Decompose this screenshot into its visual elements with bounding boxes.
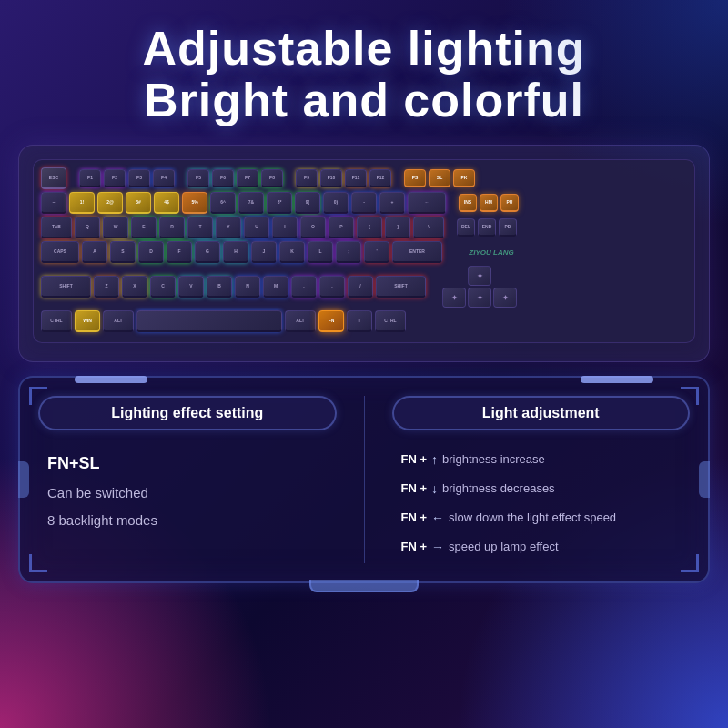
key-rshift: SHIFT bbox=[376, 276, 426, 298]
key-pause: PK bbox=[453, 169, 475, 187]
key-r: R bbox=[159, 217, 185, 238]
bottom-tab-decoration bbox=[309, 580, 419, 592]
key-backspace: ← bbox=[408, 192, 446, 214]
info-panel: Lighting effect setting FN+SL Can be swi… bbox=[18, 376, 710, 583]
key-arrow-down: ✦ bbox=[468, 288, 491, 308]
key-k: K bbox=[279, 241, 305, 263]
key-h: H bbox=[223, 241, 248, 263]
key-9: 9( bbox=[295, 192, 320, 214]
key-ralt: ALT bbox=[285, 310, 316, 332]
keyboard-body: ESC F1 F2 F3 F4 F5 F6 F7 F8 F9 F10 F11 F… bbox=[33, 159, 695, 343]
key-f4: F4 bbox=[153, 169, 175, 187]
brand-text: ZIYOU LANG bbox=[469, 248, 513, 257]
key-v: V bbox=[178, 276, 204, 298]
key-scroll-lock: SL bbox=[429, 169, 450, 187]
adjustment-row-right: FN + → speed up lamp effect bbox=[401, 534, 691, 560]
title-line2: Bright and colorful bbox=[144, 74, 584, 126]
desc-2: brightness decreases bbox=[442, 477, 555, 500]
key-tab: TAB bbox=[41, 217, 72, 238]
desc-3: slow down the light effect speed bbox=[449, 506, 616, 530]
title-section: Adjustable lighting Bright and colorful bbox=[125, 0, 604, 136]
adjustment-row-left: FN + ← slow down the light effect speed bbox=[401, 505, 691, 531]
key-arrow-right: ✦ bbox=[493, 288, 517, 308]
bottom-key-row: CTRL WIN ALT ALT FN ≡ CTRL bbox=[41, 310, 687, 332]
key-fn: FN bbox=[318, 310, 344, 332]
key-lalt: ALT bbox=[103, 310, 134, 332]
key-caps: CAPS bbox=[41, 241, 79, 263]
light-adjustment-header: Light adjustment bbox=[392, 396, 691, 430]
fn-label-2: FN + bbox=[401, 477, 428, 500]
adjustment-row-down: FN + ↓ brightness decreases bbox=[401, 476, 691, 501]
left-info-col: Lighting effect setting FN+SL Can be swi… bbox=[38, 396, 337, 563]
main-title: Adjustable lighting Bright and colorful bbox=[143, 23, 586, 126]
arrow-right-symbol: → bbox=[431, 534, 444, 560]
key-arrow-left: ✦ bbox=[442, 288, 466, 308]
key-f: F bbox=[167, 241, 192, 263]
asdf-key-row: CAPS A S D F G H J K L ; ' ENTER ZIYOU L… bbox=[41, 241, 687, 263]
key-backtick: ~ bbox=[41, 192, 66, 214]
lighting-effect-header: Lighting effect setting bbox=[38, 396, 337, 430]
fn-sl-text: FN+SL bbox=[47, 447, 337, 480]
key-semicolon: ; bbox=[336, 241, 361, 263]
key-u: U bbox=[244, 217, 269, 238]
key-rctrl: CTRL bbox=[375, 310, 406, 332]
key-f1: F1 bbox=[79, 169, 101, 187]
key-f10: F10 bbox=[320, 169, 342, 187]
key-minus: - bbox=[351, 192, 377, 214]
key-p: P bbox=[329, 217, 354, 238]
key-f12: F12 bbox=[369, 169, 391, 187]
key-i: I bbox=[272, 217, 298, 238]
key-m: M bbox=[263, 276, 288, 298]
key-page-down: PD bbox=[499, 218, 517, 237]
key-menu: ≡ bbox=[347, 310, 372, 332]
key-b: B bbox=[207, 276, 232, 298]
key-4: 4$ bbox=[154, 192, 179, 214]
light-adjustment-content: FN + ↑ brightness increase FN + ↓ bright… bbox=[392, 447, 691, 560]
key-q: Q bbox=[75, 217, 100, 238]
key-comma: , bbox=[291, 276, 317, 298]
side-notch-right bbox=[699, 461, 710, 498]
lighting-effect-content: FN+SL Can be switched 8 backlight modes bbox=[38, 447, 337, 534]
key-a: A bbox=[82, 241, 107, 263]
side-notch-left bbox=[18, 461, 29, 498]
key-x: X bbox=[122, 276, 147, 298]
key-slash: / bbox=[348, 276, 373, 298]
key-lshift: SHIFT bbox=[41, 276, 91, 298]
key-2: 2@ bbox=[97, 192, 123, 214]
key-e: E bbox=[131, 217, 157, 238]
key-space bbox=[136, 310, 282, 332]
key-home: HM bbox=[480, 194, 498, 212]
zxcv-key-row: SHIFT Z X C V B N M , . / SHIFT ✦ bbox=[41, 266, 687, 308]
arrow-left-symbol: ← bbox=[431, 505, 444, 531]
key-6: 6^ bbox=[210, 192, 236, 214]
backlight-modes-text: 8 backlight modes bbox=[47, 507, 337, 534]
key-f8: F8 bbox=[261, 169, 283, 187]
key-1: 1! bbox=[69, 192, 95, 214]
fn-label-3: FN + bbox=[401, 506, 428, 530]
function-key-row: ESC F1 F2 F3 F4 F5 F6 F7 F8 F9 F10 F11 F… bbox=[41, 167, 687, 189]
key-print-screen: PS bbox=[404, 169, 426, 187]
key-f5: F5 bbox=[187, 169, 209, 187]
key-w: W bbox=[103, 217, 128, 238]
key-f6: F6 bbox=[212, 169, 234, 187]
key-g: G bbox=[195, 241, 220, 263]
key-arrow-up: ✦ bbox=[468, 266, 491, 286]
key-backslash: \ bbox=[413, 217, 444, 238]
key-f2: F2 bbox=[104, 169, 126, 187]
fn-label-4: FN + bbox=[401, 535, 428, 559]
key-f9: F9 bbox=[296, 169, 318, 187]
key-page-up: PU bbox=[500, 194, 519, 212]
fn-label-1: FN + bbox=[401, 448, 428, 471]
key-delete: DEL bbox=[457, 218, 475, 237]
can-be-switched-text: Can be switched bbox=[47, 480, 337, 507]
key-f3: F3 bbox=[128, 169, 150, 187]
key-o: O bbox=[300, 217, 326, 238]
arrow-down-symbol: ↓ bbox=[431, 476, 438, 501]
key-l: L bbox=[308, 241, 333, 263]
key-lbracket: [ bbox=[357, 217, 382, 238]
desc-1: brightness increase bbox=[442, 448, 545, 471]
key-7: 7& bbox=[238, 192, 264, 214]
key-end: END bbox=[478, 218, 496, 237]
desc-4: speed up lamp effect bbox=[449, 535, 558, 559]
key-d: D bbox=[138, 241, 164, 263]
